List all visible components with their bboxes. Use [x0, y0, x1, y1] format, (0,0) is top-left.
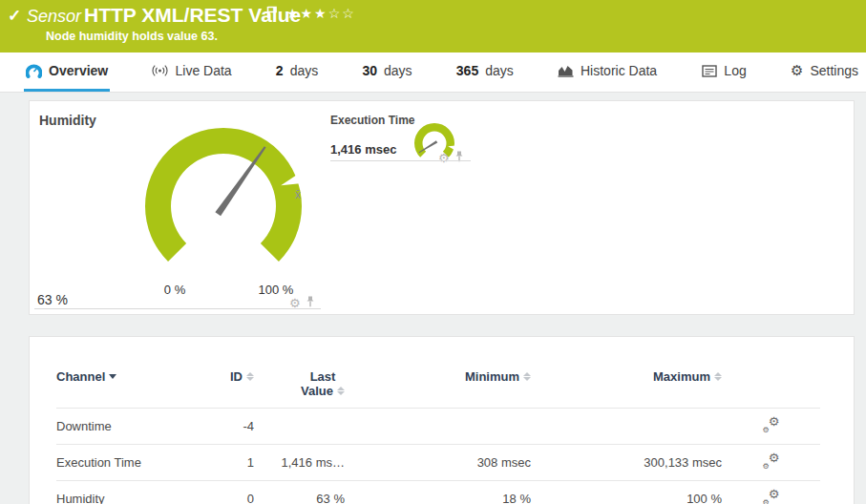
channel-maximum: 100 %: [531, 481, 722, 504]
tab-log[interactable]: Log: [699, 52, 748, 92]
tab-label: days: [290, 63, 319, 78]
humidity-gauge: [128, 120, 319, 283]
channel-id: -4: [223, 409, 254, 445]
stars-filled: ★★★: [286, 6, 328, 21]
channel-last-value: [254, 409, 345, 445]
tab-label: days: [384, 63, 412, 78]
channel-name[interactable]: Downtime: [56, 409, 223, 445]
channel-id: 1: [223, 445, 254, 481]
column-label: Maximum: [653, 369, 710, 384]
column-header-id[interactable]: ID: [230, 369, 254, 384]
stars-empty: ☆☆: [328, 6, 356, 21]
status-ok-check-icon: ✓: [8, 6, 21, 26]
column-label: Value: [301, 384, 333, 398]
tab-bar: Overview Live Data 2 days 30 days 365 da…: [0, 52, 866, 93]
column-header-minimum[interactable]: Minimum: [465, 369, 531, 384]
column-header-maximum[interactable]: Maximum: [653, 369, 722, 384]
humidity-current-value: 63 %: [37, 292, 68, 307]
sensor-status-banner: ✓ Sensor HTTP XML/REST Value ★★★☆☆ Node …: [0, 0, 866, 52]
tab-settings[interactable]: ⚙ Settings: [789, 52, 860, 92]
channels-panel: Channel ID Last Value: [29, 336, 855, 504]
log-icon: [701, 63, 717, 78]
tab-30-days[interactable]: 30 days: [360, 52, 413, 92]
tab-label: days: [485, 63, 514, 78]
channel-name[interactable]: Execution Time: [56, 445, 223, 481]
execution-time-tile-divider: [330, 160, 471, 161]
table-header-row: Channel ID Last Value: [56, 366, 820, 409]
tab-overview[interactable]: Overview: [24, 52, 110, 92]
tab-label: Log: [724, 63, 746, 78]
area-chart-icon: [558, 63, 574, 78]
sort-icon: [523, 372, 531, 381]
broadcast-icon: [152, 63, 168, 78]
execution-time-gauge-title: Execution Time: [330, 114, 414, 127]
gauges-panel: Humidity x̄ 0 % 100 % 63 % ⚙ Execution T…: [29, 100, 855, 315]
channel-last-value: 63 %: [254, 481, 345, 504]
tab-number: 2: [276, 63, 284, 78]
column-header-channel[interactable]: Channel: [56, 369, 116, 384]
table-row[interactable]: Humidity 0 63 % 18 % 100 % ⚙⚙: [56, 481, 820, 504]
mean-marker-label: x̄: [295, 188, 301, 201]
tab-live-data[interactable]: Live Data: [150, 52, 233, 92]
tab-2-days[interactable]: 2 days: [274, 52, 320, 92]
channel-id: 0: [223, 481, 254, 504]
gear-icon: ⚙: [791, 62, 803, 79]
table-row[interactable]: Execution Time 1 1,416 ms… 308 msec 300,…: [56, 445, 820, 481]
column-label: Channel: [56, 369, 105, 384]
gear-icon[interactable]: ⚙: [438, 152, 450, 164]
tab-label: Historic Data: [581, 63, 657, 78]
sort-icon: [714, 372, 722, 381]
channel-minimum: [345, 409, 531, 445]
tab-label: Overview: [49, 63, 108, 78]
object-kind-label: Sensor: [27, 7, 81, 27]
table-row[interactable]: Downtime -4 ⚙⚙: [56, 409, 820, 445]
tab-365-days[interactable]: 365 days: [454, 52, 516, 92]
channel-last-value: 1,416 ms…: [254, 445, 345, 481]
channel-name[interactable]: Humidity: [56, 481, 223, 504]
execution-time-current-value: 1,416 msec: [330, 142, 396, 157]
channel-settings-icon[interactable]: ⚙⚙: [763, 490, 780, 504]
sort-desc-icon: [109, 374, 116, 379]
execution-time-tile-actions: ⚙: [438, 149, 464, 166]
sort-icon: [337, 387, 345, 398]
column-header-last-value[interactable]: Last Value: [301, 369, 345, 398]
humidity-gauge-min-label: 0 %: [162, 283, 187, 297]
priority-stars[interactable]: ★★★☆☆: [286, 6, 356, 21]
tab-label: Live Data: [175, 63, 231, 78]
column-label: ID: [230, 369, 243, 384]
gear-icon[interactable]: ⚙: [289, 297, 301, 309]
channel-settings-icon[interactable]: ⚙⚙: [763, 417, 780, 432]
tab-number: 30: [362, 63, 377, 78]
column-label: Minimum: [465, 369, 519, 384]
sort-icon: [246, 372, 254, 381]
tab-number: 365: [456, 63, 478, 78]
channels-table: Channel ID Last Value: [56, 366, 820, 504]
tab-historic-data[interactable]: Historic Data: [556, 52, 659, 92]
gauge-icon: [26, 63, 42, 78]
pin-icon[interactable]: [454, 149, 464, 166]
channel-maximum: 300,133 msec: [531, 445, 722, 481]
humidity-tile-divider: [34, 308, 321, 309]
column-label: Last: [310, 369, 336, 384]
humidity-gauge-title: Humidity: [39, 113, 96, 128]
sensor-message: Node humidity holds value 63.: [46, 30, 218, 43]
channel-settings-icon[interactable]: ⚙⚙: [763, 453, 780, 469]
channel-minimum: 308 msec: [345, 445, 531, 481]
flag-icon[interactable]: [266, 6, 278, 23]
tab-label: Settings: [810, 63, 858, 78]
channel-maximum: [531, 409, 722, 445]
channel-minimum: 18 %: [345, 481, 531, 504]
